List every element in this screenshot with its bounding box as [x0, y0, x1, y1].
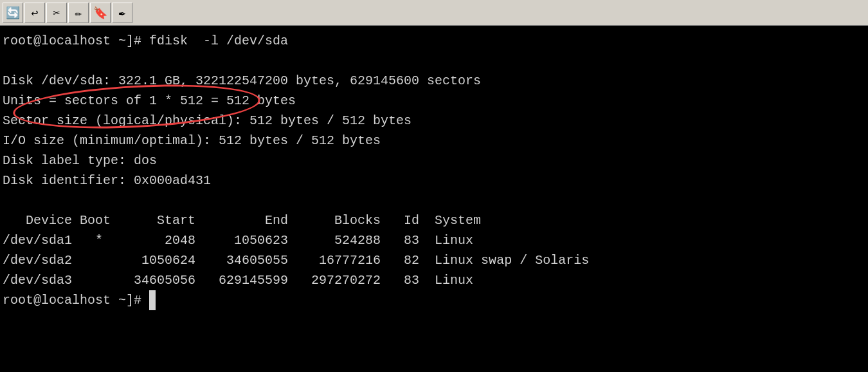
- sda2-row: /dev/sda2 1050624 34605055 16777216 82 L…: [3, 250, 865, 270]
- cmd-line: root@localhost ~]# fdisk -l /dev/sda: [3, 31, 865, 51]
- back-button[interactable]: ↩: [24, 3, 45, 23]
- edit-button[interactable]: ✏: [68, 3, 89, 23]
- disk-info: Disk /dev/sda: 322.1 GB, 322122547200 by…: [3, 71, 865, 91]
- blank2: [3, 191, 865, 210]
- sda1-row: /dev/sda1 * 2048 1050623 524288 83 Linux: [3, 230, 865, 250]
- cursor: [149, 290, 156, 310]
- sda3-row: /dev/sda3 34605056 629145599 297270272 8…: [3, 270, 865, 290]
- identifier: Disk identifier: 0x000ad431: [3, 171, 865, 191]
- refresh-button[interactable]: 🔄: [3, 3, 23, 23]
- terminal[interactable]: root@localhost ~]# fdisk -l /dev/sda Dis…: [0, 26, 868, 372]
- table-header: Device Boot Start End Blocks Id System: [3, 210, 865, 230]
- pencil2-button[interactable]: ✒: [112, 3, 132, 23]
- blank1: [3, 51, 865, 71]
- toolbar: 🔄 ↩ ✂ ✏ 🔖 ✒: [0, 0, 868, 26]
- units-info: Units = sectors of 1 * 512 = 512 bytes: [3, 91, 865, 111]
- bookmark-button[interactable]: 🔖: [90, 3, 111, 23]
- prompt-line: root@localhost ~]#: [3, 290, 865, 310]
- scissors-button[interactable]: ✂: [46, 3, 67, 23]
- io-size: I/O size (minimum/optimal): 512 bytes / …: [3, 131, 865, 151]
- label-type: Disk label type: dos: [3, 151, 865, 171]
- sector-size: Sector size (logical/physical): 512 byte…: [3, 111, 865, 131]
